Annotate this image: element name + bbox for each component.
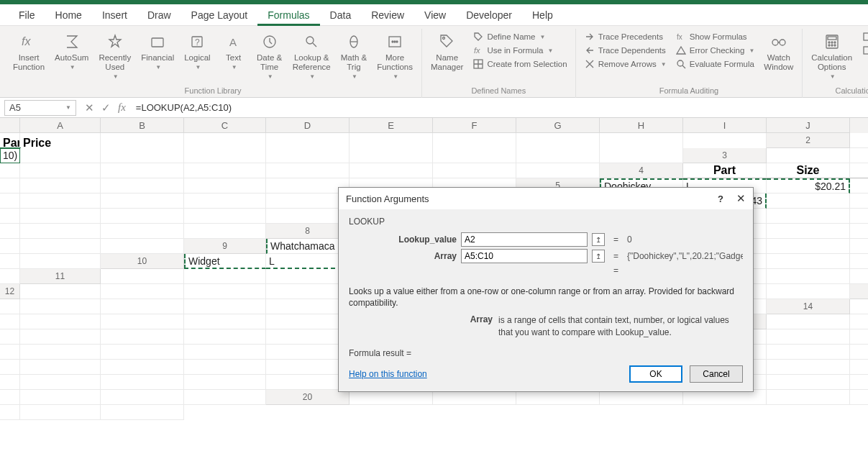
cell-F20[interactable]	[767, 390, 850, 405]
cell-G20[interactable]	[850, 390, 868, 405]
cancel-button[interactable]: Cancel	[690, 365, 743, 383]
cell-D5[interactable]	[850, 178, 868, 193]
cell-G6[interactable]	[20, 209, 101, 224]
cell-B10[interactable]: L	[266, 254, 350, 269]
cell-B13[interactable]	[20, 299, 101, 314]
cell-J7[interactable]	[184, 224, 266, 239]
cell-E13[interactable]	[266, 299, 350, 314]
cell-F6[interactable]	[0, 209, 20, 224]
cell-I19[interactable]	[101, 390, 184, 405]
row-header[interactable]: 9	[184, 239, 266, 254]
tab-data[interactable]: Data	[320, 4, 362, 26]
cell-E2[interactable]	[184, 148, 266, 163]
trace-dependents-button[interactable]: Trace Dependents	[582, 44, 669, 57]
show-formulas-button[interactable]: fxShow Formulas	[673, 30, 757, 43]
cell-F7[interactable]	[850, 209, 868, 224]
row-header[interactable]: 8	[266, 224, 350, 239]
name-box[interactable]: A5▼	[4, 100, 76, 116]
evaluate-formula-button[interactable]: Evaluate Formula	[673, 58, 757, 70]
cell-H3[interactable]	[350, 163, 433, 178]
cell-D4[interactable]	[0, 178, 20, 193]
cell-B16[interactable]	[767, 329, 850, 345]
cell-H20[interactable]	[0, 405, 20, 420]
cell-D20[interactable]	[600, 390, 683, 405]
cell-E3[interactable]	[101, 163, 184, 178]
column-header[interactable]: D	[266, 118, 350, 133]
column-header[interactable]: B	[101, 118, 184, 133]
name-manager-button[interactable]: Name Manager	[428, 30, 466, 73]
cell-C15[interactable]	[0, 329, 20, 345]
tab-draw[interactable]: Draw	[137, 4, 181, 26]
tab-file[interactable]: File	[9, 4, 45, 26]
insert-function-button[interactable]: fxInsert Function	[10, 30, 47, 73]
range-picker-icon[interactable]: ↥	[592, 250, 605, 263]
error-checking-button[interactable]: Error Checking▼	[673, 44, 757, 57]
cell-C17[interactable]	[767, 345, 850, 360]
cell-C20[interactable]	[516, 390, 600, 405]
cell-A11[interactable]	[101, 269, 184, 284]
more-functions-button[interactable]: More Functions▼	[374, 30, 416, 82]
cell-F14[interactable]	[266, 314, 350, 329]
calculate-sheet-button[interactable]: Calcul	[859, 44, 868, 57]
column-header[interactable]: H	[600, 118, 683, 133]
cell-I11[interactable]	[767, 269, 850, 284]
cell-J12[interactable]	[767, 284, 850, 299]
cell-I20[interactable]	[20, 405, 101, 420]
cell-J9[interactable]	[20, 254, 101, 269]
cell-D15[interactable]	[20, 329, 101, 345]
trace-precedents-button[interactable]: Trace Precedents	[582, 30, 669, 43]
cell-A14[interactable]	[850, 299, 868, 314]
calculate-now-button[interactable]: Calcul	[859, 30, 868, 43]
cell-G17[interactable]	[101, 360, 184, 375]
remove-arrows-button[interactable]: Remove Arrows▼	[582, 58, 669, 70]
lookup-button[interactable]: Lookup & Reference▼	[290, 30, 334, 82]
cell-G5[interactable]	[101, 193, 184, 209]
column-header[interactable]: A	[20, 118, 101, 133]
cell-E4[interactable]	[20, 178, 101, 193]
cell-G2[interactable]	[350, 148, 433, 163]
cell-I10[interactable]	[850, 254, 868, 269]
cell-B11[interactable]	[184, 269, 266, 284]
cell-F17[interactable]	[20, 360, 101, 375]
cell-A10[interactable]: Widget	[184, 254, 266, 269]
cell-D2[interactable]	[101, 148, 184, 163]
fx-icon[interactable]: fx	[118, 101, 126, 114]
cell-C4[interactable]: Price	[850, 163, 868, 178]
cell-E14[interactable]	[184, 314, 266, 329]
row-header[interactable]: 13	[850, 284, 868, 299]
cell-E6[interactable]	[850, 193, 868, 209]
cell-D3[interactable]	[20, 163, 101, 178]
cell-J11[interactable]	[850, 269, 868, 284]
cell-B4[interactable]: Size	[767, 163, 850, 178]
close-icon[interactable]: ✕	[736, 192, 746, 205]
cell-E20[interactable]	[683, 390, 767, 405]
cell-G8[interactable]	[850, 224, 868, 239]
cell-J3[interactable]	[516, 163, 600, 178]
cell-A4[interactable]: Part	[683, 163, 767, 178]
cell-H8[interactable]	[0, 239, 20, 254]
cell-E15[interactable]	[101, 329, 184, 345]
cell-F4[interactable]	[101, 178, 184, 193]
cell-I2[interactable]	[516, 148, 600, 163]
cell-I7[interactable]	[101, 224, 184, 239]
cell-B14[interactable]	[0, 314, 20, 329]
cell-I17[interactable]	[266, 360, 350, 375]
cell-C11[interactable]	[266, 269, 350, 284]
cell-E7[interactable]	[767, 209, 850, 224]
cell-A3[interactable]	[767, 148, 850, 163]
cell-H6[interactable]	[101, 209, 184, 224]
cell-H16[interactable]	[266, 345, 350, 360]
recently-used-button[interactable]: Recently Used▼	[96, 30, 134, 82]
cell-E5[interactable]	[0, 193, 20, 209]
cell-H19[interactable]	[20, 390, 101, 405]
cell-G19[interactable]	[0, 390, 20, 405]
column-header[interactable]: C	[184, 118, 266, 133]
cancel-formula-icon[interactable]: ✕	[85, 101, 94, 114]
cell-D18[interactable]	[767, 360, 850, 375]
cell-J2[interactable]	[600, 148, 683, 163]
text-button[interactable]: AText▼	[218, 30, 250, 72]
range-picker-icon[interactable]: ↥	[592, 233, 605, 246]
formula-input[interactable]: =LOOKUP(A2,A5:C10)	[130, 102, 868, 113]
cell-I8[interactable]	[20, 239, 101, 254]
cell-J6[interactable]	[266, 209, 350, 224]
